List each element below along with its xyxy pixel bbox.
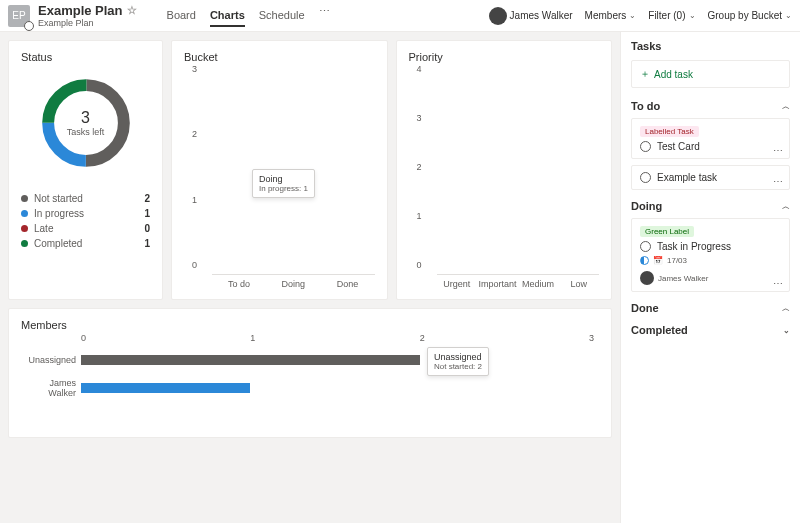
x-label: Medium (518, 279, 559, 289)
task-card[interactable]: Example task ⋯ (631, 165, 790, 190)
bar-segment (81, 383, 250, 393)
complete-circle-icon[interactable] (640, 141, 651, 152)
y-tick: 0 (192, 260, 197, 270)
tab-board[interactable]: Board (167, 5, 196, 27)
legend-dot-icon (21, 225, 28, 232)
bucket-head-completed[interactable]: Completed ⌄ (631, 324, 790, 336)
progress-half-icon (640, 256, 649, 265)
x-tick: 1 (250, 333, 255, 343)
legend-value: 2 (144, 193, 150, 204)
legend-row: Completed 1 (21, 238, 150, 249)
task-card[interactable]: Green Label Task in Progress 📅 17/03 ⋯ J… (631, 218, 790, 292)
task-more-icon[interactable]: ⋯ (773, 278, 783, 289)
plan-title: Example Plan ☆ (38, 3, 137, 18)
x-tick: 2 (420, 333, 425, 343)
bucket-head-todo[interactable]: To do ︿ (631, 100, 790, 112)
due-date: 17/03 (667, 256, 687, 265)
task-title: Example task (657, 172, 717, 183)
user-name: James Walker (510, 10, 573, 21)
bar-segment (81, 355, 420, 365)
y-tick: 2 (417, 162, 422, 172)
bucket-card: Bucket 0123To doDoingDone Doing In progr… (171, 40, 388, 300)
y-tick: 1 (192, 195, 197, 205)
more-tabs-icon[interactable]: ⋯ (319, 5, 330, 27)
main: Status 3 Tasks left Not started 2 In pro… (0, 32, 800, 523)
y-tick: 0 (417, 260, 422, 270)
chevron-up-icon: ︿ (782, 101, 790, 112)
avatar-icon (489, 7, 507, 25)
legend-label: Completed (34, 238, 138, 249)
avatar-icon (640, 271, 654, 285)
x-label: Low (558, 279, 599, 289)
members-button[interactable]: Members⌄ (585, 10, 637, 21)
member-bar (81, 383, 589, 393)
bucket-label: Completed (631, 324, 688, 336)
bucket-label: To do (631, 100, 660, 112)
task-more-icon[interactable]: ⋯ (773, 176, 783, 187)
x-label: Urgent (437, 279, 478, 289)
tasks-left-label: Tasks left (67, 127, 105, 137)
members-title: Members (21, 319, 599, 331)
bucket-head-doing[interactable]: Doing ︿ (631, 200, 790, 212)
priority-chart[interactable]: 01234UrgentImportantMediumLow (417, 79, 600, 275)
chevron-down-icon: ⌄ (689, 11, 696, 20)
bucket-head-done[interactable]: Done ︿ (631, 302, 790, 314)
tab-schedule[interactable]: Schedule (259, 5, 305, 27)
donut-chart[interactable]: 3 Tasks left (36, 73, 136, 173)
member-bar (81, 355, 589, 365)
task-more-icon[interactable]: ⋯ (773, 145, 783, 156)
favorite-star-icon[interactable]: ☆ (127, 4, 137, 17)
complete-circle-icon[interactable] (640, 172, 651, 183)
y-tick: 2 (192, 129, 197, 139)
task-card[interactable]: Labelled Task Test Card ⋯ (631, 118, 790, 159)
complete-circle-icon[interactable] (640, 241, 651, 252)
donut-center: 3 Tasks left (36, 73, 136, 173)
group-button[interactable]: Group by Bucket⌄ (708, 10, 792, 21)
x-tick: 3 (589, 333, 594, 343)
assignee-name: James Walker (658, 274, 708, 283)
add-task-button[interactable]: ＋ Add task (631, 60, 790, 88)
legend-label: Not started (34, 193, 138, 204)
x-cats: UrgentImportantMediumLow (437, 279, 600, 289)
legend-label: Late (34, 223, 138, 234)
filter-button[interactable]: Filter (0)⌄ (648, 10, 695, 21)
info-icon[interactable]: i (24, 21, 34, 31)
charts-row: Status 3 Tasks left Not started 2 In pro… (8, 40, 612, 300)
tasks-panel: Tasks ＋ Add task To do ︿ Labelled Task T… (620, 32, 800, 523)
tasks-heading: Tasks (631, 40, 790, 52)
member-label: James Walker (21, 378, 76, 398)
task-title: Task in Progress (657, 241, 731, 252)
plan-initials: EP (12, 10, 25, 21)
plan-subtitle: Example Plan (38, 18, 137, 28)
legend-label: In progress (34, 208, 138, 219)
member-row[interactable]: Unassigned (81, 351, 589, 369)
status-legend: Not started 2 In progress 1 Late 0 Compl… (21, 193, 150, 249)
y-tick: 4 (417, 64, 422, 74)
x-label: To do (212, 279, 266, 289)
task-title: Test Card (657, 141, 700, 152)
plan-tile[interactable]: EP i (8, 5, 30, 27)
tab-charts[interactable]: Charts (210, 5, 245, 27)
current-user[interactable]: James Walker (489, 7, 573, 25)
charts-area: Status 3 Tasks left Not started 2 In pro… (0, 32, 620, 523)
y-tick: 3 (417, 113, 422, 123)
y-tick: 1 (417, 211, 422, 221)
member-row[interactable]: James Walker (81, 379, 589, 397)
members-card: Members Unassigned Not started: 2 0123Un… (8, 308, 612, 438)
chevron-down-icon: ⌄ (785, 11, 792, 20)
app-header: EP i Example Plan ☆ Example Plan Board C… (0, 0, 800, 32)
members-chart[interactable]: Unassigned Not started: 2 0123Unassigned… (81, 351, 589, 421)
x-tick: 0 (81, 333, 86, 343)
chevron-up-icon: ︿ (782, 201, 790, 212)
bucket-label: Doing (631, 200, 662, 212)
calendar-icon: 📅 (653, 256, 663, 265)
task-tag: Green Label (640, 226, 694, 237)
member-label: Unassigned (21, 355, 76, 365)
bucket-title: Bucket (184, 51, 375, 63)
y-tick: 3 (192, 64, 197, 74)
header-right: James Walker Members⌄ Filter (0)⌄ Group … (489, 7, 792, 25)
filter-label: Filter (0) (648, 10, 685, 21)
plus-icon: ＋ (640, 67, 650, 81)
status-title: Status (21, 51, 150, 63)
plan-title-text: Example Plan (38, 3, 123, 18)
